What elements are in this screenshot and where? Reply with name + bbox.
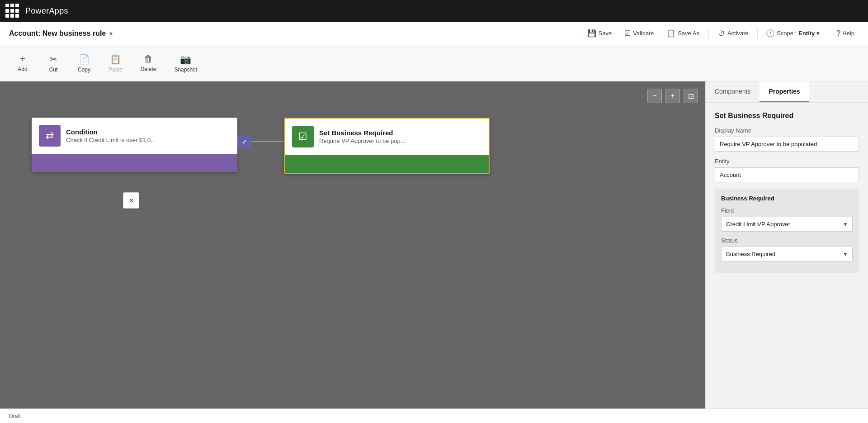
zoom-out-button[interactable]: − xyxy=(647,89,662,103)
header-actions: 💾 Save ☑ Validate 📋 Save As ⏱ Activate 🕐… xyxy=(582,26,859,40)
header-dropdown-icon[interactable]: ▾ xyxy=(109,30,113,37)
action-icon: ☑ xyxy=(298,131,307,143)
entity-input[interactable] xyxy=(715,167,859,182)
condition-subtitle: Check if Credit Limit is over $1,0... xyxy=(66,137,156,143)
right-panel: Components Properties Set Business Requi… xyxy=(705,81,868,409)
header-divider-1 xyxy=(708,28,709,39)
validate-button[interactable]: ☑ Validate xyxy=(619,26,659,40)
save-as-button[interactable]: 📋 Save As xyxy=(661,26,705,40)
waffle-icon[interactable] xyxy=(5,4,20,18)
action-node-text: Set Business Required Require VP Approve… xyxy=(319,129,406,144)
action-node-footer xyxy=(285,155,489,173)
condition-title: Condition xyxy=(66,128,156,136)
copy-icon: 📄 xyxy=(79,54,90,65)
action-title: Set Business Required xyxy=(319,129,406,137)
condition-node-header: ⇄ Condition Check if Credit Limit is ove… xyxy=(32,118,237,154)
scope-button[interactable]: 🕐 Scope : Entity ▾ xyxy=(761,26,824,40)
validate-icon: ☑ xyxy=(624,29,631,38)
delete-button[interactable]: 🗑 Delete xyxy=(133,50,164,76)
add-icon: + xyxy=(20,54,25,64)
copy-button[interactable]: 📄 Copy xyxy=(71,50,98,76)
status-select-wrapper: Business Required ▼ xyxy=(721,247,853,261)
business-required-section: Business Required Field Credit Limit VP … xyxy=(715,189,859,273)
save-as-icon: 📋 xyxy=(666,29,675,38)
status-select[interactable]: Business Required xyxy=(721,247,853,261)
help-button[interactable]: ? Help xyxy=(832,27,859,40)
panel-content: Set Business Required Display Name Entit… xyxy=(706,103,868,409)
business-required-title: Business Required xyxy=(721,195,853,202)
connector: ✓ xyxy=(237,135,285,148)
condition-icon: ⇄ xyxy=(46,130,54,142)
condition-node-text: Condition Check if Credit Limit is over … xyxy=(66,128,156,143)
field-select[interactable]: Credit Limit VP Approver xyxy=(721,217,853,232)
panel-tabs: Components Properties xyxy=(706,81,868,103)
condition-node-footer xyxy=(32,154,237,172)
cut-icon: ✂ xyxy=(50,54,57,65)
header-title: Account: New business rule xyxy=(9,29,106,38)
paste-icon: 📋 xyxy=(110,54,121,65)
fit-button[interactable]: ⊡ xyxy=(684,89,698,103)
paste-button[interactable]: 📋 Paste xyxy=(101,50,130,76)
header-bar: Account: New business rule ▾ 💾 Save ☑ Va… xyxy=(0,22,868,45)
status-label: Status xyxy=(721,237,853,244)
action-node[interactable]: ☑ Set Business Required Require VP Appro… xyxy=(284,118,490,174)
action-icon-box: ☑ xyxy=(292,126,314,147)
connector-check: ✓ xyxy=(237,135,251,148)
canvas-wrapper: − + ⊡ ⇄ Condition Check if Credit Limit … xyxy=(0,81,868,409)
save-button[interactable]: 💾 Save xyxy=(582,26,618,40)
tab-components[interactable]: Components xyxy=(706,81,760,102)
canvas-controls: − + ⊡ xyxy=(647,89,698,103)
panel-section-title: Set Business Required xyxy=(715,112,859,120)
display-name-label: Display Name xyxy=(715,127,859,134)
status-label: Draft xyxy=(9,413,21,419)
add-button[interactable]: + Add xyxy=(9,50,36,76)
condition-icon-box: ⇄ xyxy=(39,125,61,147)
action-subtitle: Require VP Approver to be pop... xyxy=(319,138,406,144)
cut-button[interactable]: ✂ Cut xyxy=(40,50,67,76)
action-node-header: ☑ Set Business Required Require VP Appro… xyxy=(285,119,489,155)
status-bar: Draft xyxy=(0,409,868,423)
save-icon: 💾 xyxy=(587,29,596,38)
top-bar: PowerApps xyxy=(0,0,868,22)
snapshot-button[interactable]: 📷 Snapshot xyxy=(167,50,204,76)
delete-icon: 🗑 xyxy=(144,54,153,64)
activate-button[interactable]: ⏱ Activate xyxy=(712,27,754,40)
entity-label: Entity xyxy=(715,158,859,165)
display-name-input[interactable] xyxy=(715,137,859,152)
app-title: PowerApps xyxy=(25,6,68,16)
field-select-wrapper: Credit Limit VP Approver ▼ xyxy=(721,217,853,232)
help-icon: ? xyxy=(836,29,840,38)
header-divider-3 xyxy=(828,28,828,39)
header-divider-2 xyxy=(757,28,758,39)
condition-node[interactable]: ⇄ Condition Check if Credit Limit is ove… xyxy=(32,118,237,172)
remove-button[interactable]: ✕ xyxy=(123,192,139,209)
header-left: Account: New business rule ▾ xyxy=(9,29,113,38)
zoom-in-button[interactable]: + xyxy=(665,89,680,103)
canvas[interactable]: − + ⊡ ⇄ Condition Check if Credit Limit … xyxy=(0,81,705,409)
tab-properties[interactable]: Properties xyxy=(760,81,809,102)
activate-icon: ⏱ xyxy=(718,29,725,38)
connector-line xyxy=(251,141,285,142)
snapshot-icon: 📷 xyxy=(180,54,191,65)
toolbar: + Add ✂ Cut 📄 Copy 📋 Paste 🗑 Delete 📷 Sn… xyxy=(0,45,868,81)
field-label: Field xyxy=(721,207,853,214)
scope-icon: 🕐 xyxy=(766,29,775,38)
